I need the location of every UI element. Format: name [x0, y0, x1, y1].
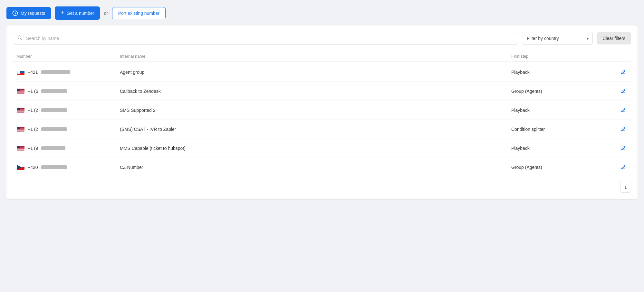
get-number-button[interactable]: + Get a number [55, 6, 100, 20]
edit-icon-cell [608, 106, 627, 114]
number-cell: +1 (6 [17, 89, 120, 94]
clock-icon [12, 10, 18, 16]
edit-icon [620, 126, 626, 132]
column-header-actions [608, 54, 627, 59]
first-step: Group (Agents) [511, 89, 608, 94]
search-input[interactable] [13, 32, 518, 45]
internal-name: SMS Supported 2 [120, 108, 511, 113]
clear-filters-label: Clear filters [602, 36, 625, 41]
flag-us [17, 108, 24, 113]
plus-icon: + [61, 10, 64, 16]
number-prefix: +1 (2 [28, 108, 38, 113]
table-header: Number Internal name First step [13, 51, 631, 62]
edit-icon-cell [608, 144, 627, 152]
main-panel: Filter by country ▾ Clear filters Number… [6, 25, 638, 199]
port-number-label: Port existing number [118, 11, 159, 16]
search-wrapper [13, 32, 518, 45]
edit-icon [620, 69, 626, 75]
edit-icon [620, 164, 626, 170]
redacted-number [41, 127, 67, 131]
table-row: +1 (9 MMS Capable (ticket to hubspot) Pl… [13, 139, 631, 158]
table-body: +421 Agent group Playback +1 (6 [13, 63, 631, 177]
redacted-number [41, 165, 67, 169]
clear-filters-button[interactable]: Clear filters [597, 32, 631, 44]
redacted-number [41, 89, 67, 93]
get-number-label: Get a number [67, 11, 94, 16]
edit-icon [620, 107, 626, 113]
edit-icon-cell [608, 87, 627, 95]
edit-icon-cell [608, 68, 627, 76]
flag-sk [17, 70, 24, 75]
number-prefix: +1 (6 [28, 89, 38, 94]
filters-row: Filter by country ▾ Clear filters [13, 32, 631, 45]
page-1-button[interactable]: 1 [620, 182, 631, 193]
redacted-number [41, 146, 65, 150]
first-step: Group (Agents) [511, 165, 608, 170]
top-bar: My requests + Get a number or Port exist… [6, 6, 638, 20]
internal-name: MMS Capable (ticket to hubspot) [120, 146, 511, 151]
edit-button[interactable] [619, 144, 627, 152]
internal-name: (SMS) CSAT - IVR to Zapier [120, 127, 511, 132]
edit-icon [620, 88, 626, 94]
country-filter-select[interactable]: Filter by country [522, 32, 593, 45]
search-icon [17, 35, 23, 42]
flag-us [17, 146, 24, 151]
redacted-number [41, 70, 70, 74]
flag-cz [17, 165, 24, 170]
edit-button[interactable] [619, 68, 627, 76]
table-row: +1 (6 Callback to Zendesk Group (Agents) [13, 82, 631, 101]
page-1-label: 1 [624, 185, 627, 190]
column-header-number: Number [17, 54, 120, 59]
pagination-row: 1 [13, 182, 631, 193]
column-header-internal-name: Internal name [120, 54, 511, 59]
edit-button[interactable] [619, 106, 627, 114]
my-requests-label: My requests [21, 11, 45, 16]
column-header-first-step: First step [511, 54, 608, 59]
table-row: +420 CZ Number Group (Agents) [13, 158, 631, 177]
first-step: Playback [511, 108, 608, 113]
edit-button[interactable] [619, 125, 627, 133]
number-cell: +1 (9 [17, 146, 120, 151]
number-cell: +421 [17, 70, 120, 75]
number-cell: +1 (2 [17, 108, 120, 113]
redacted-number [41, 108, 67, 112]
table-row: +1 (2 (SMS) CSAT - IVR to Zapier Conditi… [13, 120, 631, 139]
internal-name: CZ Number [120, 165, 511, 170]
number-prefix: +1 (2 [28, 127, 38, 132]
or-separator: or [104, 10, 108, 16]
internal-name: Callback to Zendesk [120, 89, 511, 94]
first-step: Playback [511, 70, 608, 75]
edit-button[interactable] [619, 163, 627, 171]
my-requests-button[interactable]: My requests [6, 7, 51, 19]
table-row: +421 Agent group Playback [13, 63, 631, 82]
internal-name: Agent group [120, 70, 511, 75]
port-number-button[interactable]: Port existing number [112, 7, 166, 19]
number-prefix: +420 [28, 165, 38, 170]
first-step: Condition splitter [511, 127, 608, 132]
flag-us [17, 127, 24, 132]
table-row: +1 (2 SMS Supported 2 Playback [13, 101, 631, 120]
edit-button[interactable] [619, 87, 627, 95]
flag-us [17, 89, 24, 94]
first-step: Playback [511, 146, 608, 151]
number-cell: +1 (2 [17, 127, 120, 132]
edit-icon-cell [608, 125, 627, 133]
edit-icon-cell [608, 163, 627, 171]
edit-icon [620, 145, 626, 151]
number-prefix: +1 (9 [28, 146, 38, 151]
number-cell: +420 [17, 165, 120, 170]
number-prefix: +421 [28, 70, 38, 75]
country-filter-wrapper: Filter by country ▾ [522, 32, 593, 45]
